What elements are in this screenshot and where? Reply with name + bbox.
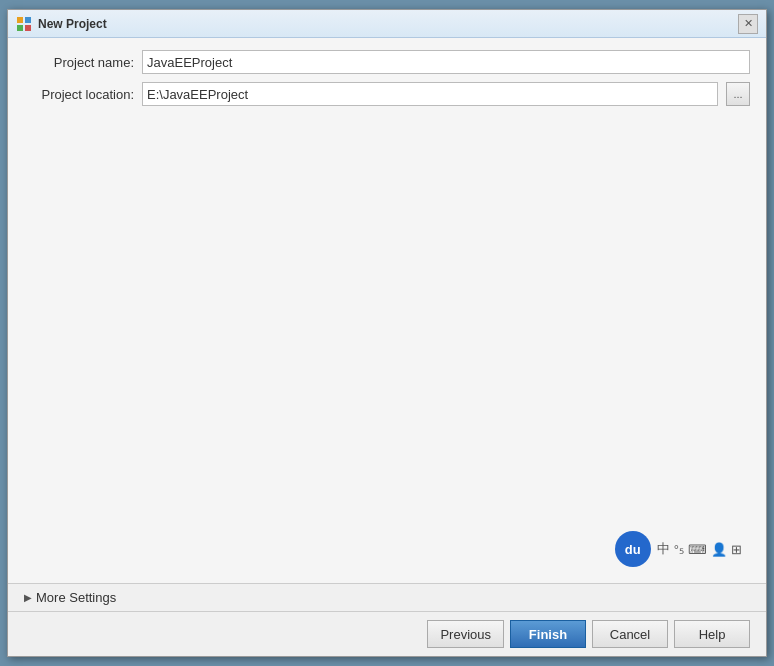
- more-settings-row[interactable]: ▶ More Settings: [8, 583, 766, 611]
- content-area: Project name: Project location: ... du 中…: [8, 38, 766, 583]
- more-settings-label: More Settings: [36, 590, 116, 605]
- project-name-label: Project name:: [24, 55, 134, 70]
- svg-rect-2: [17, 25, 23, 31]
- middle-area: [24, 114, 750, 523]
- expand-arrow-icon: ▶: [24, 592, 32, 603]
- window-title: New Project: [38, 17, 738, 31]
- svg-rect-0: [17, 17, 23, 23]
- previous-button[interactable]: Previous: [427, 620, 504, 648]
- baidu-label: du: [625, 542, 641, 557]
- footer-area: Previous Finish Cancel Help: [8, 611, 766, 656]
- cancel-button[interactable]: Cancel: [592, 620, 668, 648]
- project-location-row: Project location: ...: [24, 82, 750, 106]
- browse-button[interactable]: ...: [726, 82, 750, 106]
- project-location-input[interactable]: [142, 82, 718, 106]
- watermark-area: du 中 °₅ ⌨ 👤 ⊞: [24, 531, 750, 571]
- app-icon: [16, 16, 32, 32]
- help-button[interactable]: Help: [674, 620, 750, 648]
- svg-rect-1: [25, 17, 31, 23]
- project-name-row: Project name:: [24, 50, 750, 74]
- punctuation-icon[interactable]: °₅: [674, 542, 684, 557]
- svg-rect-3: [25, 25, 31, 31]
- keyboard-icon[interactable]: ⌨: [688, 542, 707, 557]
- project-name-input[interactable]: [142, 50, 750, 74]
- title-bar: New Project ✕: [8, 10, 766, 38]
- baidu-icon: du: [615, 531, 651, 567]
- ime-toolbar: 中 °₅ ⌨ 👤 ⊞: [657, 540, 742, 558]
- close-button[interactable]: ✕: [738, 14, 758, 34]
- project-location-label: Project location:: [24, 87, 134, 102]
- chinese-input-icon[interactable]: 中: [657, 540, 670, 558]
- user-icon[interactable]: 👤: [711, 542, 727, 557]
- dialog-window: New Project ✕ Project name: Project loca…: [7, 9, 767, 657]
- grid-icon[interactable]: ⊞: [731, 542, 742, 557]
- finish-button[interactable]: Finish: [510, 620, 586, 648]
